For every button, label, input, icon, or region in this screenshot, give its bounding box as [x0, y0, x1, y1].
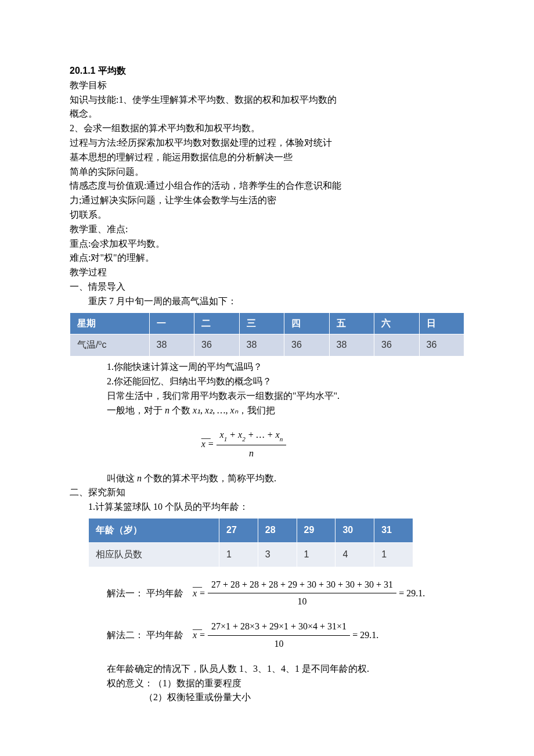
th-a4: 30 [335, 519, 374, 543]
process-line3: 简单的实际问题。 [70, 165, 464, 179]
section1-intro: 重庆 7 月中旬一周的最高气温如下： [70, 294, 464, 309]
solution1: 解法一： 平均年龄 ―x = 27 + 28 + 28 + 28 + 29 + … [70, 578, 464, 610]
sol1-num: 27 + 28 + 28 + 28 + 29 + 30 + 30 + 30 + … [208, 578, 396, 594]
weight-meaning-2: （2）权衡轻重或份量大小 [70, 690, 464, 705]
weight-meaning-1: 权的意义：（1）数据的重要程度 [70, 676, 464, 691]
section1-heading: 一、情景导入 [70, 280, 464, 294]
knowledge-line1: 知识与技能:1、使学生理解算术平均数、数据的权和加权平均数的 [70, 93, 464, 107]
sol2-result: = 29.1. [352, 630, 378, 640]
sol2-den: 10 [208, 636, 350, 651]
mean-definition: 叫做这 n 个数的算术平均数，简称平均数. [70, 471, 464, 486]
th-d2: 二 [194, 312, 239, 334]
age-table: 年龄（岁） 27 28 29 30 31 相应队员数 1 3 1 4 1 [88, 518, 413, 567]
gen-suffix: ，我们把 [238, 405, 275, 415]
td-v4: 36 [284, 334, 329, 357]
gen-n: n [165, 405, 169, 415]
td-c1: 1 [219, 542, 258, 567]
mean-formula: ―x = x1 + x2 + … + xn n [70, 428, 464, 460]
th-a1: 27 [219, 519, 258, 543]
sol1-label: 解法一： 平均年龄 [107, 586, 183, 601]
gen-prefix: 一般地，对于 [107, 405, 165, 415]
knowledge-line3: 2、会求一组数据的算术平均数和加权平均数。 [70, 121, 464, 136]
td-count-label: 相应队员数 [89, 542, 219, 567]
th-d5: 五 [329, 312, 374, 334]
process-heading: 教学过程 [70, 265, 464, 280]
formula1-num: x1 + x2 + … + xn [217, 428, 287, 445]
section-number-title: 20.1.1 平均数 [70, 64, 464, 78]
formula1-den: n [217, 445, 287, 461]
daily-life-text: 日常生活中，我们常用平均数表示一组数据的"平均水平". [70, 389, 464, 404]
sol2-label: 解法二： 平均年龄 [107, 628, 183, 643]
td-c5: 1 [374, 542, 413, 567]
td-v5: 38 [329, 334, 374, 357]
section2-question: 1.计算某篮球队 10 个队员的平均年龄： [70, 500, 464, 514]
weight-note: 在年龄确定的情况下，队员人数 1、3、1、4、1 是不同年龄的权. [70, 662, 464, 676]
objectives-heading: 教学目标 [70, 78, 464, 93]
td-v6: 36 [374, 334, 419, 357]
th-age: 年龄（岁） [89, 519, 219, 543]
gen-mid: 个数 [169, 405, 193, 415]
th-d6: 六 [374, 312, 419, 334]
focus-line2: 难点:对"权"的理解。 [70, 251, 464, 265]
td-v3: 38 [239, 334, 284, 357]
def-suffix: 个数的算术平均数，简称平均数. [142, 473, 276, 483]
knowledge-line2: 概念。 [70, 107, 464, 121]
sol1-den: 10 [208, 593, 396, 609]
td-c4: 4 [335, 542, 374, 567]
td-v1: 38 [149, 334, 194, 357]
general-definition: 一般地，对于 n 个数 x₁, x₂, …, xₙ，我们把 [70, 404, 464, 418]
th-d4: 四 [284, 312, 329, 334]
gen-vars: x₁, x₂, …, xₙ [193, 405, 238, 415]
th-day: 星期 [70, 312, 150, 334]
td-temp-label: 气温/⁰c [70, 334, 150, 357]
focus-heading: 教学重、准点: [70, 222, 464, 237]
process-line2: 基本思想的理解过程，能运用数据信息的分析解决一些 [70, 150, 464, 165]
attitude-line1: 情感态度与价值观:通过小组合作的活动，培养学生的合作意识和能 [70, 179, 464, 193]
th-a3: 29 [297, 519, 335, 543]
th-d3: 三 [239, 312, 284, 334]
th-d7: 日 [419, 312, 464, 334]
attitude-line2: 力;通过解决实际问题，让学生体会数学与生活的密 [70, 193, 464, 208]
td-c2: 3 [258, 542, 297, 567]
th-a2: 28 [258, 519, 297, 543]
td-v7: 36 [419, 334, 464, 357]
attitude-line3: 切联系。 [70, 208, 464, 222]
question2: 2.你还能回忆、归纳出平均数的概念吗？ [70, 375, 464, 389]
def-n: n [137, 473, 142, 483]
question1: 1.你能快速计算这一周的平均气温吗？ [70, 360, 464, 375]
sol1-result: = 29.1. [399, 588, 425, 598]
solution2: 解法二： 平均年龄 ―x = 27×1 + 28×3 + 29×1 + 30×4… [70, 620, 464, 651]
td-c3: 1 [297, 542, 335, 567]
process-line1: 过程与方法:经历探索加权平均数对数据处理的过程，体验对统计 [70, 136, 464, 150]
section2-heading: 二、探究新知 [70, 485, 464, 500]
sol2-num: 27×1 + 28×3 + 29×1 + 30×4 + 31×1 [208, 620, 350, 636]
th-a5: 31 [374, 519, 413, 543]
td-v2: 36 [194, 334, 239, 357]
th-d1: 一 [149, 312, 194, 334]
temperature-table: 星期 一 二 三 四 五 六 日 气温/⁰c 38 36 38 36 38 36… [70, 312, 464, 357]
focus-line1: 重点:会求加权平均数。 [70, 237, 464, 251]
def-prefix: 叫做这 [107, 473, 137, 483]
